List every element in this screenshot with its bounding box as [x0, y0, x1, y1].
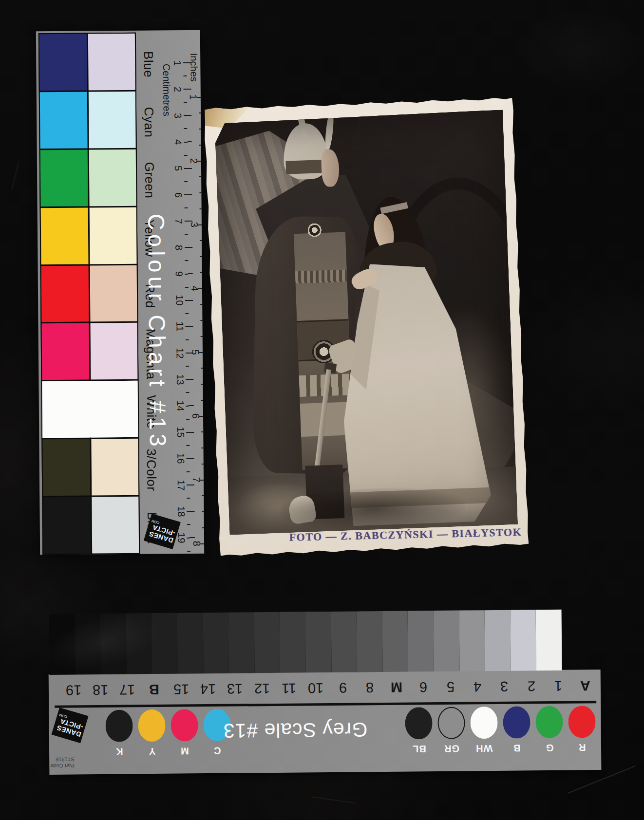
colour-swatch-solid: [41, 207, 88, 264]
calibration-dot-cell: R: [568, 706, 596, 753]
cm-number: 17: [175, 480, 187, 490]
calibration-dot-cell: BL: [404, 707, 433, 755]
cmyk-dots: K Y M C: [105, 709, 231, 757]
cm-number-cell: 11: [173, 314, 185, 340]
calibration-dot: [437, 707, 465, 739]
cm-number-cell: 14: [174, 392, 186, 419]
grey-number: 1: [554, 677, 562, 693]
part-code: Part Code ST1316: [50, 756, 75, 768]
dot-label: G: [546, 742, 554, 753]
cm-number: 19: [175, 532, 187, 543]
part-code-label: Part Code: [50, 762, 75, 768]
colour-swatch-pale: [91, 439, 138, 496]
grey-patch: [331, 611, 357, 672]
dot-label: WH: [475, 743, 493, 754]
calibration-dot: [568, 706, 596, 738]
grey-scale-card: 19 18 17 B 15 14 13 12 11 10 9 8 M 6 5: [48, 609, 602, 775]
grey-number: 14: [200, 680, 216, 696]
grey-patch: [459, 610, 485, 671]
calibration-dot-cell: GR: [437, 707, 466, 754]
grey-number-cell: 6: [410, 673, 437, 700]
photograph-image-area: [214, 110, 518, 535]
grey-scale-title: Grey Scale #13: [223, 718, 367, 742]
dot-label: B: [513, 742, 521, 753]
cm-number-cell: 13: [174, 366, 186, 392]
grey-scale-numbers: 19 18 17 B 15 14 13 12 11 10 9 8 M 6 5: [60, 671, 599, 704]
colour-swatch-solid: [41, 323, 89, 380]
dot-label: BL: [412, 743, 426, 754]
grey-number: 4: [474, 678, 481, 694]
cm-number: 12: [174, 348, 185, 358]
calibration-dot: [535, 706, 563, 738]
cm-number: 14: [174, 400, 186, 411]
colour-chart-row: [41, 265, 137, 322]
grey-number-cell: 10: [302, 674, 329, 701]
dot-label: C: [213, 745, 221, 756]
calibration-dot-cell: G: [535, 706, 564, 754]
cm-number-cell: 12: [174, 340, 186, 366]
grey-number-cell: 8: [356, 673, 383, 701]
colour-swatch-pale: [91, 381, 138, 438]
grey-number-cell: 17: [114, 675, 141, 703]
cm-number: 3: [172, 113, 184, 118]
colour-swatch-solid: [42, 439, 90, 496]
grey-number: A: [580, 677, 590, 693]
cm-number-cell: 4: [172, 129, 184, 155]
grey-patch: [433, 611, 459, 671]
grey-number-cell: B: [141, 675, 168, 703]
grey-number: 10: [308, 680, 324, 696]
cm-number: 2: [172, 87, 183, 92]
colour-swatch-solid: [41, 265, 89, 322]
grey-number: 12: [254, 680, 270, 696]
colour-swatch-pale: [92, 497, 139, 554]
cm-number: 13: [174, 374, 186, 385]
dot-label: R: [578, 742, 586, 753]
grey-number: 18: [93, 681, 109, 697]
grey-number-cell: 1: [545, 672, 572, 699]
calibration-dot: [503, 706, 530, 738]
grey-number-cell: 13: [221, 674, 248, 702]
grey-number: 5: [447, 678, 455, 694]
dot-label: M: [180, 745, 189, 756]
vintage-photograph: FOTO — Z. BABCZYŃSKI — BIAŁYSTOK: [203, 97, 529, 557]
cm-number-cell: 1: [171, 50, 183, 76]
cm-number: 6: [173, 192, 184, 197]
colour-chart-row: [41, 207, 137, 264]
grey-number-cell: 19: [60, 676, 87, 703]
cm-number: 7: [173, 219, 184, 224]
colour-chart-row: [42, 381, 138, 438]
grey-number-cell: 4: [464, 672, 491, 700]
colour-chart-card: Blue Cyan Green Yellow Red Magenta White…: [36, 30, 204, 555]
calibration-dot: [470, 707, 498, 739]
cm-number: 5: [172, 166, 184, 171]
grey-patch: [228, 612, 255, 673]
grey-number: 3: [500, 678, 508, 694]
centimetres-label: Centimetres: [161, 63, 172, 116]
colour-swatch-solid: [40, 149, 88, 206]
grey-number-cell: 14: [194, 675, 222, 702]
cm-number-cell: 3: [172, 102, 184, 129]
colour-swatch-solid: [43, 497, 90, 554]
colour-chart-row: [43, 497, 139, 554]
cm-number-cell: 17: [175, 472, 187, 498]
colour-chart-row: [40, 149, 136, 206]
rgb-dots: BL GR WH B G R: [404, 706, 596, 754]
grey-number: 9: [339, 679, 346, 695]
cm-number-cell: 7: [173, 208, 185, 234]
grey-number-cell: 5: [437, 673, 464, 700]
colour-chart-row: [39, 34, 135, 91]
grey-number: 19: [65, 682, 81, 698]
colour-chart-row: [41, 323, 137, 380]
colour-swatch-pale: [88, 34, 135, 91]
cm-number: 18: [175, 506, 187, 517]
cm-number-cell: 10: [173, 287, 185, 314]
grey-number-cell: 18: [87, 676, 114, 703]
cm-number: 16: [175, 453, 186, 464]
grey-number-cell: 15: [168, 675, 195, 702]
calibration-dot-cell: B: [502, 706, 531, 754]
calibration-dot-cell: K: [105, 709, 133, 757]
cm-number-cell: 9: [173, 261, 185, 287]
cm-number-cell: 2: [172, 76, 184, 102]
colour-swatch-pale: [90, 323, 137, 380]
cm-number-cell: 15: [174, 419, 186, 446]
